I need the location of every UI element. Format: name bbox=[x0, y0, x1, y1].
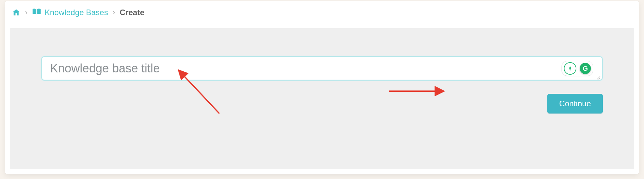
breadcrumb-home-link[interactable] bbox=[12, 8, 20, 17]
grammarly-glyph: G bbox=[583, 65, 588, 72]
form-actions: Continue bbox=[41, 94, 603, 114]
home-icon bbox=[12, 8, 20, 17]
continue-button[interactable]: Continue bbox=[547, 94, 603, 114]
grammarly-icon[interactable]: G bbox=[580, 63, 591, 74]
form-panel: G Continue bbox=[10, 28, 634, 169]
writing-assistant-icon[interactable] bbox=[564, 62, 576, 75]
title-input-wrap: G bbox=[41, 56, 603, 81]
breadcrumb-kb-link[interactable]: Knowledge Bases bbox=[32, 8, 108, 17]
breadcrumb: › Knowledge Bases › Create bbox=[5, 1, 639, 24]
book-icon bbox=[32, 8, 41, 17]
breadcrumb-separator: › bbox=[25, 8, 27, 17]
breadcrumb-separator: › bbox=[113, 8, 115, 17]
breadcrumb-kb-label: Knowledge Bases bbox=[45, 8, 108, 17]
textarea-resize-handle[interactable] bbox=[596, 75, 600, 79]
input-extension-badges: G bbox=[562, 61, 593, 76]
kb-title-input[interactable] bbox=[49, 61, 542, 76]
breadcrumb-current: Create bbox=[120, 8, 145, 17]
